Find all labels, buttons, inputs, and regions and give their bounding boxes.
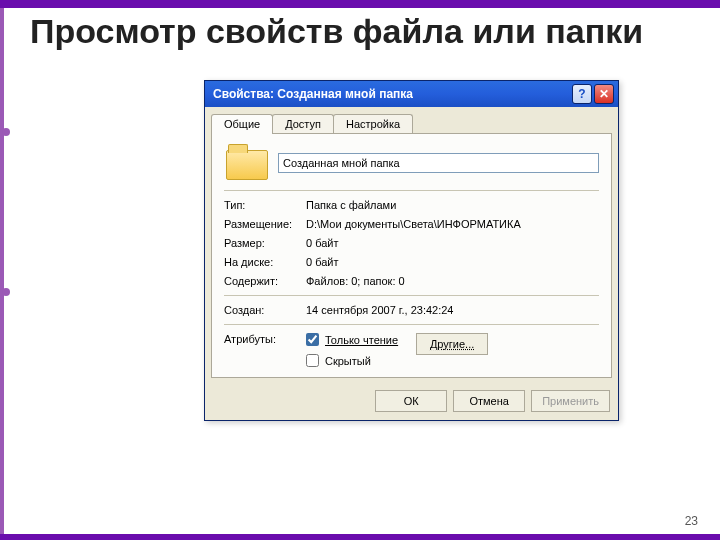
ondisk-value: 0 байт [306,256,599,268]
contains-label: Содержит: [224,275,306,287]
slide-title: Просмотр свойств файла или папки [30,12,643,51]
help-button[interactable]: ? [572,84,592,104]
tab-sharing[interactable]: Доступ [272,114,334,133]
hidden-label: Скрытый [325,355,371,367]
properties-dialog: Свойства: Созданная мной папка ? ✕ Общие… [204,80,619,421]
attributes-label: Атрибуты: [224,333,306,367]
readonly-checkbox[interactable] [306,333,319,346]
ondisk-label: На диске: [224,256,306,268]
folder-name-input[interactable] [278,153,599,173]
dialog-title: Свойства: Созданная мной папка [213,87,570,101]
close-button[interactable]: ✕ [594,84,614,104]
tab-general[interactable]: Общие [211,114,273,134]
hidden-checkbox[interactable] [306,354,319,367]
ok-button[interactable]: ОК [375,390,447,412]
created-label: Создан: [224,304,306,316]
location-value: D:\Мои документы\Света\ИНФОРМАТИКА [306,218,599,230]
folder-icon [224,144,268,182]
size-value: 0 байт [306,237,599,249]
readonly-label: Только чтение [325,334,398,346]
apply-button[interactable]: Применить [531,390,610,412]
size-label: Размер: [224,237,306,249]
slide-number: 23 [685,514,698,528]
cancel-button[interactable]: Отмена [453,390,525,412]
contains-value: Файлов: 0; папок: 0 [306,275,599,287]
tab-customize[interactable]: Настройка [333,114,413,133]
titlebar: Свойства: Созданная мной папка ? ✕ [205,81,618,107]
location-label: Размещение: [224,218,306,230]
type-label: Тип: [224,199,306,211]
hidden-checkbox-row[interactable]: Скрытый [306,354,398,367]
other-attributes-button[interactable]: Другие... [416,333,488,355]
created-value: 14 сентября 2007 г., 23:42:24 [306,304,599,316]
readonly-checkbox-row[interactable]: Только чтение [306,333,398,346]
type-value: Папка с файлами [306,199,599,211]
